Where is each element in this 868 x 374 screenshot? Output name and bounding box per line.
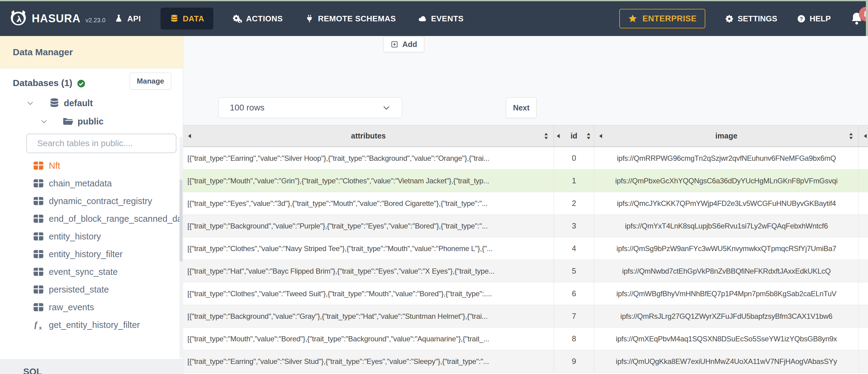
table-icon	[32, 177, 44, 189]
table-icon	[32, 301, 44, 313]
chevron-down-icon[interactable]	[26, 99, 34, 107]
cell-id: 8	[554, 328, 594, 350]
table-name: entity_history	[49, 231, 101, 242]
chevron-down-icon[interactable]	[40, 117, 48, 126]
table-name: persisted_state	[49, 285, 109, 295]
question-circle-icon: ?	[797, 14, 806, 23]
table-row-6[interactable]: [{"trait_type":"Clothes","value":"Tweed …	[183, 282, 868, 305]
table-name: entity_history_filter	[49, 249, 123, 259]
table-icon	[32, 213, 44, 225]
nav-menu: APIDATAACTIONSREMOTE SCHEMASEVENTS	[112, 1, 466, 36]
table-row-0[interactable]: [{"trait_type":"Earring","value":"Silver…	[183, 147, 868, 169]
sidebar-table-dynamic_contract_registry[interactable]: dynamic_contract_registry	[0, 192, 183, 210]
nav-item-data[interactable]: DATA	[160, 8, 213, 30]
column-title: image	[594, 131, 859, 140]
cell-id: 2	[554, 192, 594, 214]
cell-attributes: [{"trait_type":"Background","value":"Pur…	[183, 215, 554, 237]
viewport-top-edge	[0, 0, 868, 1]
table-row-4[interactable]: [{"trait_type":"Clothes","value":"Navy S…	[183, 237, 868, 260]
sidebar-item-sql[interactable]: SQL	[23, 366, 183, 374]
gears-icon	[233, 14, 242, 23]
sort-column-icon[interactable]	[544, 132, 549, 140]
column-header-image: image	[594, 125, 859, 147]
cell-image: ipfs://QmYxT4LnK8sqLupjbS6eRvu1si7Ly2wFQ…	[594, 215, 859, 237]
sidebar-table-entity_history_filter[interactable]: entity_history_filter	[0, 245, 183, 263]
svg-text:f: f	[34, 320, 38, 329]
nav-item-remote-schemas[interactable]: REMOTE SCHEMAS	[303, 8, 398, 30]
add-button-label: Add	[402, 40, 417, 49]
hasura-logo-icon	[9, 9, 28, 28]
help-label: HELP	[810, 14, 831, 24]
collapse-column-icon[interactable]	[863, 133, 867, 139]
sidebar-table-event_sync_state[interactable]: event_sync_state	[0, 263, 183, 281]
notifications-button[interactable]: 8	[850, 11, 863, 26]
table-name: end_of_block_range_scanned_data	[49, 214, 183, 224]
nav-item-api[interactable]: API	[112, 8, 144, 30]
help-button[interactable]: ? HELP	[797, 14, 831, 24]
cell-image: ipfs://QmRRPWG96cmgTn2qSzjwr2qvfNEuhunv6…	[594, 147, 859, 169]
svg-text:x: x	[39, 325, 42, 331]
table-row-3[interactable]: [{"trait_type":"Background","value":"Pur…	[183, 215, 868, 237]
cell-extra	[859, 328, 868, 350]
cell-id: 7	[554, 305, 594, 327]
plus-square-icon	[390, 40, 399, 49]
sidebar-table-get_entity_history_filter[interactable]: fxget_entity_history_filter	[0, 316, 183, 334]
cell-extra	[859, 215, 868, 237]
next-page-button[interactable]: Next	[506, 97, 536, 118]
table-row-8[interactable]: [{"trait_type":"Mouth","value":"Bored"},…	[183, 328, 868, 350]
cell-image: ipfs://QmSg9bPzW9anFYc3wWU5KnvymwkxQTpmq…	[594, 237, 859, 259]
cell-id: 0	[554, 147, 594, 169]
database-name: default	[64, 98, 93, 108]
cell-attributes: [{"trait_type":"Hat","value":"Bayc Flipp…	[183, 260, 554, 282]
column-header-id: id	[554, 125, 594, 147]
cell-extra	[859, 147, 868, 169]
table-icon	[32, 266, 44, 278]
table-name: chain_metadata	[49, 179, 112, 189]
plug-icon	[305, 14, 314, 23]
schema-name: public	[78, 117, 103, 127]
sidebar-table-raw_events[interactable]: raw_events	[0, 298, 183, 316]
cell-attributes: [{"trait_type":"Clothes","value":"Tweed …	[183, 282, 554, 305]
table-row-1[interactable]: [{"trait_type":"Mouth","value":"Grin"},{…	[183, 169, 868, 192]
table-row-7[interactable]: [{"trait_type":"Background","value":"Gra…	[183, 305, 868, 328]
column-header-attributes: attributes	[183, 125, 554, 147]
tree-item-schema-public[interactable]: public	[40, 113, 103, 130]
sort-column-icon[interactable]	[586, 132, 591, 140]
sidebar-table-Nft[interactable]: Nft	[0, 157, 183, 175]
sort-column-icon[interactable]	[848, 132, 854, 140]
rows-per-page-select[interactable]: 100 rows	[219, 97, 402, 118]
sidebar-table-entity_history[interactable]: entity_history	[0, 227, 183, 245]
table-header-row: attributesidimage	[183, 125, 868, 147]
cell-image: ipfs://QmXEqPbvM4aq1SQSXN8DSuEcSo5SseYW1…	[594, 328, 859, 350]
nav-item-events[interactable]: EVENTS	[415, 8, 466, 30]
table-row-9[interactable]: [{"trait_type":"Earring","value":"Silver…	[183, 350, 868, 373]
cell-attributes: [{"trait_type":"Earring","value":"Silver…	[183, 147, 554, 169]
cell-extra	[859, 282, 868, 305]
nav-item-label: EVENTS	[431, 14, 464, 24]
sidebar: Data Manager Databases (1) Manage defaul…	[0, 36, 183, 374]
table-list: Nftchain_metadatadynamic_contract_regist…	[0, 157, 183, 334]
table-row-5[interactable]: [{"trait_type":"Hat","value":"Bayc Flipp…	[183, 260, 868, 282]
sidebar-scrollbar-thumb[interactable]	[180, 179, 183, 262]
nav-item-actions[interactable]: ACTIONS	[230, 8, 285, 30]
cell-extra	[859, 169, 868, 192]
add-row-button[interactable]: Add	[383, 36, 424, 52]
settings-button[interactable]: SETTINGS	[725, 14, 777, 24]
cell-image: ipfs://QmWBgfBhyVmHNhBfEQ7p1P4Mpn7pm5b8K…	[594, 282, 859, 305]
sidebar-table-persisted_state[interactable]: persisted_state	[0, 281, 183, 298]
table-name: raw_events	[49, 302, 94, 312]
cell-image: ipfs://QmNwbd7ctEhGpVkP8nZvBBQfiNeFKRdxf…	[594, 260, 859, 282]
tree-item-database-default[interactable]: default	[26, 95, 93, 112]
search-tables-input[interactable]	[37, 138, 166, 149]
svg-text:?: ?	[800, 16, 803, 22]
sidebar-table-chain_metadata[interactable]: chain_metadata	[0, 175, 183, 192]
brand-group[interactable]: HASURA v2.23.0	[9, 1, 105, 36]
enterprise-button[interactable]: ENTERPRISE	[619, 9, 705, 28]
table-icon	[32, 160, 44, 172]
table-row-2[interactable]: [{"trait_type":"Eyes","value":"3d"},{"tr…	[183, 192, 868, 215]
cell-image: ipfs://QmUQgKka8EW7exiUHnMwZ4UoXA11wV7NF…	[594, 350, 859, 372]
sidebar-table-end_of_block_range_scanned_data[interactable]: end_of_block_range_scanned_data	[0, 210, 183, 227]
table-icon	[32, 248, 44, 260]
manage-button[interactable]: Manage	[130, 72, 171, 90]
cell-id: 4	[554, 237, 594, 259]
